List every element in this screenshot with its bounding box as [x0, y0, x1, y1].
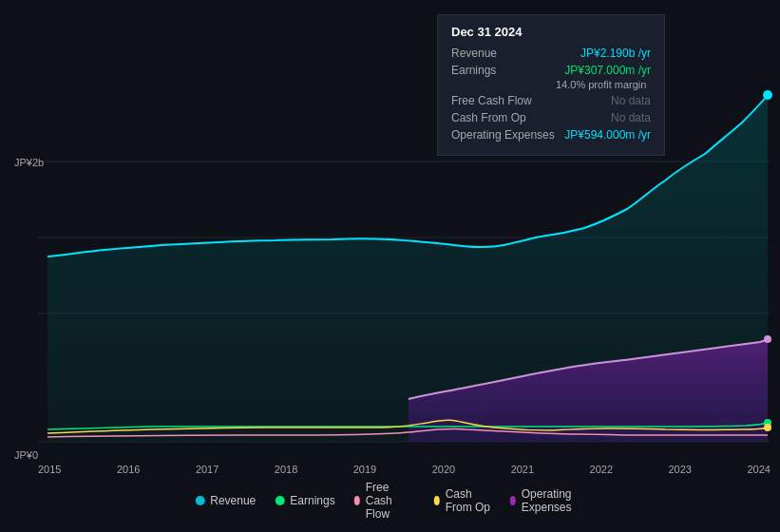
tooltip-fcf-label: Free Cash Flow	[451, 94, 556, 107]
x-label-2017: 2017	[196, 464, 219, 475]
tooltip-opex-row: Operating Expenses JP¥594.000m /yr	[451, 128, 651, 142]
x-label-2018: 2018	[275, 464, 297, 475]
tooltip-opex-label: Operating Expenses	[451, 128, 556, 142]
x-label-2023: 2023	[669, 464, 692, 475]
legend-opex-dot	[510, 496, 516, 505]
x-label-2019: 2019	[353, 464, 376, 475]
legend-revenue-dot	[195, 496, 204, 505]
tooltip-earnings-value: JP¥307.000m /yr	[564, 64, 651, 77]
legend-cashop-dot	[434, 496, 440, 505]
legend-fcf-label: Free Cash Flow	[366, 481, 415, 521]
legend-opex[interactable]: Operating Expenses	[510, 487, 585, 514]
legend-opex-label: Operating Expenses	[522, 487, 585, 514]
x-label-2020: 2020	[432, 464, 455, 475]
tooltip-opex-value: JP¥594.000m /yr	[564, 128, 651, 142]
legend-earnings-dot	[275, 496, 284, 505]
legend-earnings[interactable]: Earnings	[275, 494, 334, 507]
tooltip-cashop-value: No data	[611, 111, 651, 124]
x-label-2024: 2024	[747, 464, 770, 475]
legend-cashop-label: Cash From Op	[446, 487, 491, 514]
tooltip-fcf-value: No data	[611, 94, 651, 107]
legend-cashop[interactable]: Cash From Op	[434, 487, 491, 514]
svg-point-7	[764, 424, 771, 431]
x-label-2016: 2016	[117, 464, 140, 475]
svg-point-8	[764, 335, 771, 343]
y-axis-top-label: JP¥2b	[14, 157, 44, 168]
tooltip-revenue-label: Revenue	[451, 47, 556, 60]
tooltip-earnings-row: Earnings JP¥307.000m /yr	[451, 64, 651, 77]
tooltip-fcf-row: Free Cash Flow No data	[451, 94, 651, 107]
chart-container: JP¥2b JP¥0 2015 2016 2017 2018 2019 2020…	[0, 0, 780, 532]
x-label-2015: 2015	[38, 464, 61, 475]
legend-fcf-dot	[354, 496, 360, 505]
svg-point-5	[763, 90, 772, 100]
x-axis: 2015 2016 2017 2018 2019 2020 2021 2022 …	[38, 464, 770, 475]
tooltip-cashop-row: Cash From Op No data	[451, 111, 651, 124]
legend-revenue-label: Revenue	[210, 494, 256, 507]
y-axis-bottom-label: JP¥0	[14, 449, 38, 461]
tooltip-revenue-value: JP¥2.190b /yr	[580, 47, 651, 60]
legend-fcf[interactable]: Free Cash Flow	[354, 481, 415, 521]
tooltip-date: Dec 31 2024	[451, 25, 651, 39]
x-label-2021: 2021	[511, 464, 534, 475]
legend-revenue[interactable]: Revenue	[195, 494, 256, 507]
x-label-2022: 2022	[590, 464, 613, 475]
tooltip-revenue-row: Revenue JP¥2.190b /yr	[451, 47, 651, 60]
legend-earnings-label: Earnings	[290, 494, 334, 507]
tooltip-box: Dec 31 2024 Revenue JP¥2.190b /yr Earnin…	[437, 14, 665, 156]
tooltip-cashop-label: Cash From Op	[451, 111, 556, 124]
tooltip-earnings-sub: 14.0% profit margin	[451, 79, 651, 90]
tooltip-earnings-label: Earnings	[451, 64, 556, 77]
chart-legend: Revenue Earnings Free Cash Flow Cash Fro…	[195, 481, 585, 521]
